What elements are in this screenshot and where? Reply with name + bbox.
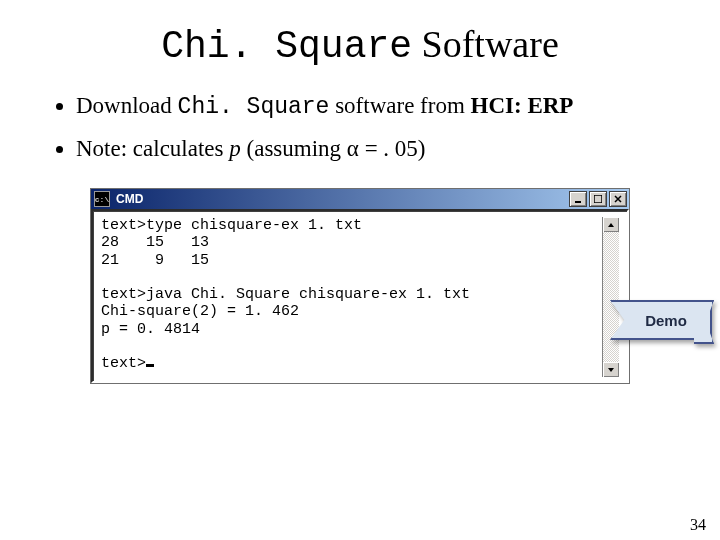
minimize-button[interactable] <box>569 191 587 207</box>
maximize-button[interactable] <box>589 191 607 207</box>
close-icon <box>614 195 622 203</box>
bullet-2-pre: Note: calculates <box>76 136 229 161</box>
title-rest: Software <box>412 23 559 65</box>
bullet-1-pre: Download <box>76 93 178 118</box>
bullet-1-mid: software from <box>329 93 470 118</box>
minimize-icon <box>574 195 582 203</box>
slide-title: Chi. Square Software <box>50 22 670 68</box>
cmd-body: text>type chisquare-ex 1. txt 28 15 13 2… <box>91 209 629 383</box>
cmd-window-wrap: c:\ CMD text>type chisquare-ex 1. txt 28… <box>90 188 630 384</box>
close-button[interactable] <box>609 191 627 207</box>
cmd-cursor <box>146 364 154 367</box>
bullet-list: Download Chi. Square software from HCI: … <box>50 90 670 164</box>
svg-rect-1 <box>594 195 602 203</box>
scroll-down-button[interactable] <box>603 362 619 377</box>
cmd-titlebar[interactable]: c:\ CMD <box>91 189 629 209</box>
title-mono: Chi. Square <box>161 25 412 68</box>
cmd-window: c:\ CMD text>type chisquare-ex 1. txt 28… <box>90 188 630 384</box>
maximize-icon <box>594 195 602 203</box>
demo-ribbon: Demo <box>610 300 712 340</box>
bullet-2-mid: (assuming α <box>241 136 359 161</box>
scroll-up-button[interactable] <box>603 217 619 232</box>
bullet-2-tail: = . 05) <box>359 136 426 161</box>
scroll-track[interactable] <box>603 232 619 362</box>
bullet-1-bold: HCI: ERP <box>471 93 574 118</box>
cmd-output: text>type chisquare-ex 1. txt 28 15 13 2… <box>101 217 602 377</box>
bullet-1-mono: Chi. Square <box>178 94 330 120</box>
chevron-down-icon <box>607 366 615 374</box>
svg-rect-0 <box>575 201 581 203</box>
page-number: 34 <box>690 516 706 534</box>
cmd-system-icon[interactable]: c:\ <box>94 191 110 207</box>
bullet-1: Download Chi. Square software from HCI: … <box>76 90 670 123</box>
chevron-up-icon <box>607 221 615 229</box>
bullet-2: Note: calculates p (assuming α = . 05) <box>76 133 670 164</box>
demo-label: Demo <box>645 312 687 329</box>
cmd-scrollbar[interactable] <box>602 217 619 377</box>
cmd-title-text: CMD <box>116 192 567 206</box>
cmd-lines: text>type chisquare-ex 1. txt 28 15 13 2… <box>101 217 470 372</box>
bullet-2-ital: p <box>229 136 241 161</box>
